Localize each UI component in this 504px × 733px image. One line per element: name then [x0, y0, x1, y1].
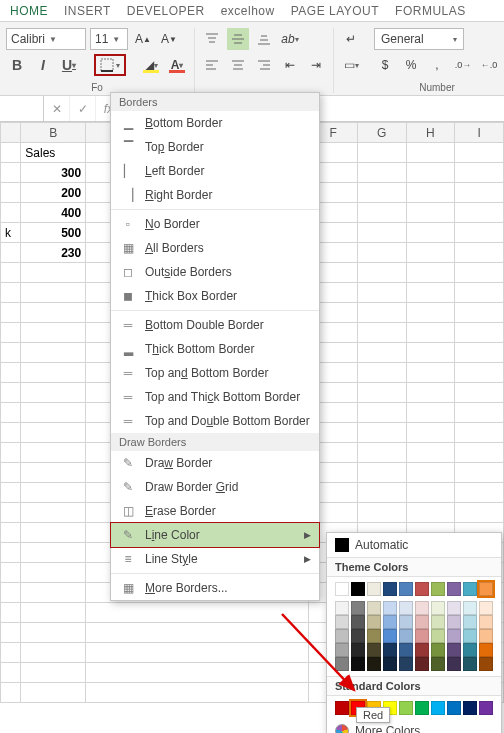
color-swatch[interactable] [415, 629, 429, 643]
color-swatch[interactable] [399, 643, 413, 657]
color-swatch[interactable] [383, 629, 397, 643]
menu-item-left-border[interactable]: ▏Left Border [111, 159, 319, 183]
color-swatch[interactable] [335, 643, 349, 657]
color-swatch[interactable] [383, 582, 397, 596]
color-swatch[interactable] [335, 615, 349, 629]
decrease-decimal-button[interactable]: ←.0 [478, 54, 500, 76]
menu-item-thick-bottom-border[interactable]: ▂Thick Bottom Border [111, 337, 319, 361]
color-swatch[interactable] [447, 701, 461, 715]
color-swatch[interactable] [367, 657, 381, 671]
color-swatch[interactable] [431, 657, 445, 671]
color-swatch[interactable] [351, 615, 365, 629]
select-all-corner[interactable] [1, 123, 21, 143]
orientation-button[interactable]: ab▾ [279, 28, 301, 50]
color-swatch[interactable] [399, 615, 413, 629]
menu-item-draw-border-grid[interactable]: ✎Draw Border Grid [111, 475, 319, 499]
color-swatch[interactable] [383, 657, 397, 671]
fill-color-button[interactable]: ◢▾ [140, 54, 162, 76]
percent-format-button[interactable]: % [400, 54, 422, 76]
increase-indent-button[interactable]: ⇥ [305, 54, 327, 76]
bold-button[interactable]: B [6, 54, 28, 76]
color-swatch[interactable] [335, 582, 349, 596]
menu-item-top-bottom-border[interactable]: ═Top and Bottom Border [111, 361, 319, 385]
color-swatch[interactable] [415, 643, 429, 657]
color-swatch[interactable] [383, 643, 397, 657]
color-swatch[interactable] [463, 701, 477, 715]
menu-item-draw-border[interactable]: ✎Draw Border [111, 451, 319, 475]
color-swatch[interactable] [335, 701, 349, 715]
increase-decimal-button[interactable]: .0→ [452, 54, 474, 76]
color-swatch[interactable] [415, 601, 429, 615]
color-swatch[interactable] [479, 601, 493, 615]
cancel-formula-button[interactable]: ✕ [44, 96, 70, 121]
align-center-button[interactable] [227, 54, 249, 76]
col-header[interactable]: G [357, 123, 406, 143]
color-swatch[interactable] [351, 582, 365, 596]
color-swatch[interactable] [351, 657, 365, 671]
color-swatch[interactable] [431, 701, 445, 715]
color-swatch[interactable] [431, 601, 445, 615]
align-middle-button[interactable] [227, 28, 249, 50]
color-swatch[interactable] [431, 582, 445, 596]
color-swatch[interactable] [431, 615, 445, 629]
color-swatch[interactable] [399, 701, 413, 715]
shrink-font-button[interactable]: A▼ [158, 28, 180, 50]
menu-item-thick-box-border[interactable]: ◼Thick Box Border [111, 284, 319, 308]
underline-button[interactable]: U▾ [58, 54, 80, 76]
color-swatch[interactable] [399, 582, 413, 596]
col-header[interactable]: I [455, 123, 504, 143]
menu-item-right-border[interactable]: ▕Right Border [111, 183, 319, 207]
color-swatch[interactable] [415, 701, 429, 715]
name-box[interactable] [0, 96, 44, 121]
accounting-format-button[interactable]: $ [374, 54, 396, 76]
color-swatch[interactable] [447, 643, 461, 657]
menu-item-erase-border[interactable]: ◫Erase Border [111, 499, 319, 523]
font-size-combo[interactable]: 11 ▼ [90, 28, 128, 50]
color-swatch[interactable] [367, 615, 381, 629]
wrap-text-button[interactable]: ↵ [340, 28, 362, 50]
color-swatch[interactable] [463, 643, 477, 657]
color-swatch[interactable] [399, 601, 413, 615]
color-swatch[interactable] [463, 615, 477, 629]
enter-formula-button[interactable]: ✓ [70, 96, 96, 121]
color-swatch[interactable] [463, 582, 477, 596]
color-swatch[interactable] [447, 615, 461, 629]
color-swatch[interactable] [447, 582, 461, 596]
color-swatch[interactable] [479, 582, 493, 596]
color-swatch[interactable] [431, 643, 445, 657]
menu-item-top-thick-bottom-border[interactable]: ═Top and Thick Bottom Border [111, 385, 319, 409]
color-swatch[interactable] [335, 629, 349, 643]
color-swatch[interactable] [399, 629, 413, 643]
menu-item-line-color[interactable]: ✎Line Color▶ [110, 522, 320, 548]
col-header[interactable]: H [406, 123, 455, 143]
borders-splitbutton[interactable]: ▾ [94, 54, 126, 76]
cell[interactable]: 400 [21, 203, 86, 223]
color-swatch[interactable] [367, 643, 381, 657]
align-left-button[interactable] [201, 54, 223, 76]
color-swatch[interactable] [367, 601, 381, 615]
tab-home[interactable]: HOME [10, 4, 48, 18]
color-swatch[interactable] [415, 582, 429, 596]
color-swatch[interactable] [463, 657, 477, 671]
cell[interactable]: Sales [21, 143, 86, 163]
tab-insert[interactable]: INSERT [64, 4, 111, 18]
color-swatch[interactable] [463, 601, 477, 615]
color-swatch[interactable] [399, 657, 413, 671]
menu-item-bottom-border[interactable]: ▁BBottom Borderottom Border [111, 111, 319, 135]
align-right-button[interactable] [253, 54, 275, 76]
tab-formulas[interactable]: FORMULAS [395, 4, 466, 18]
color-swatch[interactable] [447, 657, 461, 671]
color-swatch[interactable] [383, 601, 397, 615]
color-swatch[interactable] [383, 615, 397, 629]
color-swatch[interactable] [351, 629, 365, 643]
col-header[interactable]: B [21, 123, 86, 143]
color-swatch[interactable] [479, 629, 493, 643]
color-swatch[interactable] [479, 701, 493, 715]
italic-button[interactable]: I [32, 54, 54, 76]
color-swatch[interactable] [479, 657, 493, 671]
font-color-button[interactable]: A▾ [166, 54, 188, 76]
color-swatch[interactable] [479, 615, 493, 629]
menu-item-bottom-double-border[interactable]: ═Bottom Double Border [111, 313, 319, 337]
more-colors-item[interactable]: More Colors... [327, 720, 501, 733]
cell[interactable]: 300 [21, 163, 86, 183]
